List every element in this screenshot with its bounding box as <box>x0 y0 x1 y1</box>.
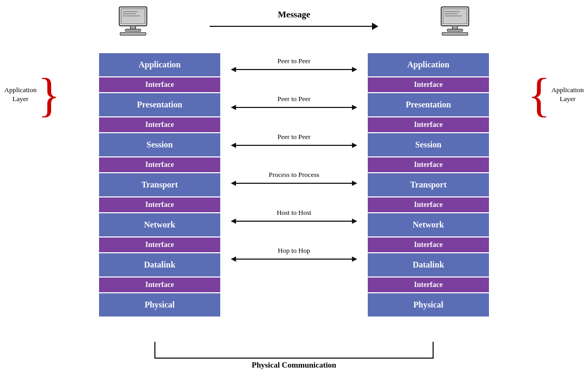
arrow-data-label: Hop to Hop <box>278 246 310 255</box>
right-physical-layer: Physical <box>368 293 489 316</box>
right-session-layer: Session <box>368 133 489 156</box>
arrow-sess-label: Peer to Peer <box>278 133 311 141</box>
left-computer <box>116 5 150 39</box>
svg-rect-7 <box>123 15 140 16</box>
svg-rect-5 <box>123 11 138 12</box>
left-bracket-curly: } <box>37 74 60 116</box>
svg-rect-3 <box>125 29 141 31</box>
arrow-app: Peer to Peer <box>220 53 368 76</box>
message-arrow: Message <box>210 9 378 30</box>
right-interface-4: Interface <box>368 197 489 212</box>
left-interface-1: Interface <box>99 77 220 92</box>
svg-rect-4 <box>120 33 146 35</box>
right-bracket-label: { ApplicationLayer <box>527 50 584 140</box>
left-application-layer: Application <box>99 53 220 76</box>
right-stack: Application Interface Presentation Inter… <box>368 53 489 317</box>
left-bracket-text: ApplicationLayer <box>4 86 36 104</box>
left-datalink-layer: Datalink <box>99 253 220 276</box>
svg-rect-15 <box>445 15 462 16</box>
svg-rect-13 <box>445 11 459 12</box>
physical-comm-section: Physical Communication <box>154 342 434 370</box>
right-bracket-curly: { <box>527 74 550 116</box>
right-bracket-text: ApplicationLayer <box>552 86 584 104</box>
left-stack: Application Interface Presentation Inter… <box>99 53 220 317</box>
arrow-sess: Peer to Peer <box>220 128 368 152</box>
left-interface-4: Interface <box>99 197 220 212</box>
main-container: Message ApplicationLayer } { Application… <box>0 0 588 376</box>
right-interface-5: Interface <box>368 238 489 252</box>
arrow-trans: Process to Process <box>220 166 368 190</box>
arrow-net-label: Host to Host <box>277 209 311 217</box>
left-interface-5: Interface <box>99 238 220 252</box>
left-interface-3: Interface <box>99 157 220 172</box>
left-network-layer: Network <box>99 213 220 236</box>
right-transport-layer: Transport <box>368 173 489 196</box>
svg-rect-10 <box>453 26 458 29</box>
arrow-pres-label: Peer to Peer <box>278 95 311 103</box>
left-interface-6: Interface <box>99 278 220 292</box>
left-transport-layer: Transport <box>99 173 220 196</box>
left-presentation-layer: Presentation <box>99 93 220 116</box>
arrow-app-label: Peer to Peer <box>278 57 311 65</box>
right-application-layer: Application <box>368 53 489 76</box>
svg-rect-14 <box>445 13 457 14</box>
svg-rect-6 <box>123 13 135 14</box>
arrow-net: Host to Host <box>220 204 368 227</box>
physical-comm-label: Physical Communication <box>252 361 336 370</box>
left-session-layer: Session <box>99 133 220 156</box>
right-computer <box>438 5 472 39</box>
right-network-layer: Network <box>368 213 489 236</box>
right-interface-3: Interface <box>368 157 489 172</box>
message-label: Message <box>278 9 310 20</box>
arrow-trans-label: Process to Process <box>269 171 319 179</box>
right-presentation-layer: Presentation <box>368 93 489 116</box>
left-interface-2: Interface <box>99 117 220 132</box>
left-physical-layer: Physical <box>99 293 220 316</box>
right-interface-1: Interface <box>368 77 489 92</box>
right-interface-6: Interface <box>368 278 489 292</box>
right-datalink-layer: Datalink <box>368 253 489 276</box>
peer-arrows-column: Peer to Peer Peer to Peer <box>220 53 368 303</box>
left-bracket-label: ApplicationLayer } <box>4 50 61 140</box>
svg-rect-2 <box>131 26 136 29</box>
arrow-pres: Peer to Peer <box>220 91 368 114</box>
svg-rect-12 <box>442 33 468 35</box>
arrow-data: Hop to Hop <box>220 242 368 265</box>
svg-rect-11 <box>447 29 463 31</box>
right-interface-2: Interface <box>368 117 489 132</box>
